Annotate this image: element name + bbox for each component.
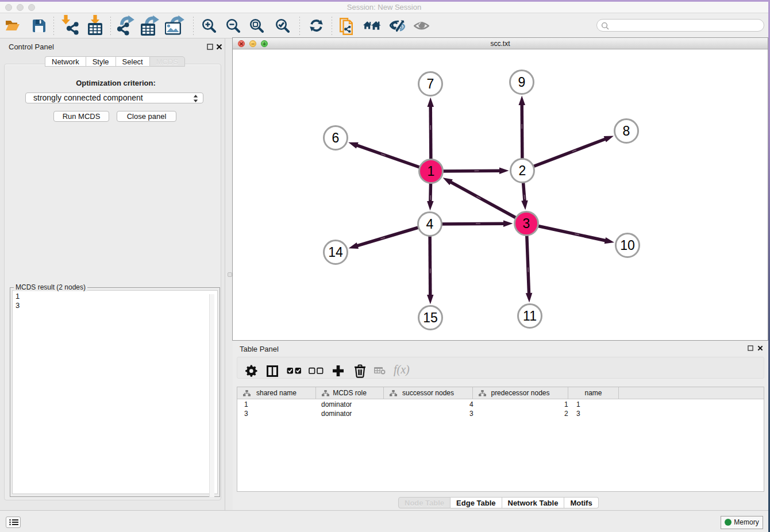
svg-text:2: 2	[519, 163, 526, 178]
svg-text:14: 14	[328, 245, 343, 260]
svg-text:15: 15	[423, 310, 438, 325]
svg-text:8: 8	[623, 124, 630, 138]
svg-text:1: 1	[428, 164, 435, 179]
svg-text:4: 4	[426, 217, 434, 232]
svg-text:9: 9	[518, 75, 526, 90]
svg-text:11: 11	[523, 309, 537, 323]
svg-text:6: 6	[332, 130, 340, 145]
svg-text:10: 10	[620, 238, 635, 253]
svg-text:7: 7	[427, 76, 434, 91]
svg-text:3: 3	[523, 216, 530, 231]
